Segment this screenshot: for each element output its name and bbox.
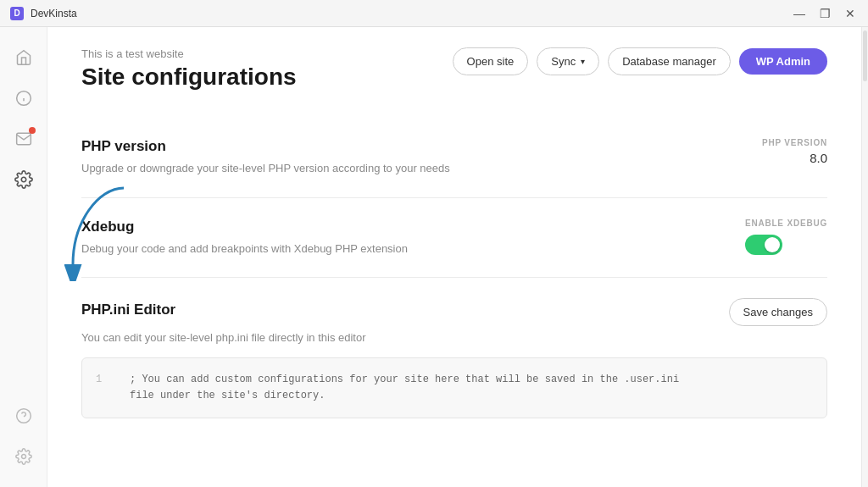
phpini-title: PHP.ini Editor: [81, 302, 175, 318]
app-name: DevKinsta: [31, 8, 77, 19]
title-bar-left: D DevKinsta: [10, 7, 77, 20]
phpini-desc: You can edit your site-level php.ini fil…: [81, 331, 827, 344]
line-content-1: ; You can add custom configurations for …: [130, 372, 679, 388]
window-controls: — ❐ ✕: [792, 6, 858, 21]
sidebar-item-preferences[interactable]: [7, 440, 41, 473]
php-version-value: 8.0: [810, 151, 827, 165]
phpini-section: PHP.ini Editor Save changes You can edit…: [81, 278, 827, 432]
php-version-title: PHP version: [81, 138, 488, 155]
line-content-2: file under the site's directory.: [130, 388, 325, 404]
svg-point-3: [21, 177, 26, 182]
sidebar-item-help[interactable]: [7, 399, 41, 433]
close-button[interactable]: ✕: [843, 6, 858, 21]
xdebug-section: Xdebug Debug your code and add breakpoin…: [81, 198, 827, 279]
php-version-desc: Upgrade or downgrade your site-level PHP…: [81, 160, 488, 177]
sidebar-item-settings[interactable]: [7, 163, 41, 196]
page-title: Site configurations: [81, 64, 297, 91]
php-version-control: PHP VERSION 8.0: [658, 138, 827, 165]
sidebar: [0, 27, 47, 487]
page-header: This is a test website Site configuratio…: [81, 47, 827, 91]
title-bar: D DevKinsta — ❐ ✕: [0, 0, 868, 27]
sync-button[interactable]: Sync ▾: [537, 47, 599, 75]
mail-badge: [29, 127, 36, 134]
sidebar-item-home[interactable]: [7, 41, 41, 75]
xdebug-toggle-container: ENABLE XDEBUG: [745, 219, 827, 255]
php-version-info: PHP version Upgrade or downgrade your si…: [81, 138, 488, 177]
app-logo: D: [10, 7, 24, 20]
xdebug-control: ENABLE XDEBUG: [658, 219, 827, 255]
save-changes-button[interactable]: Save changes: [729, 298, 827, 326]
code-line-1: 1 ; You can add custom configurations fo…: [96, 372, 813, 388]
php-version-section: PHP version Upgrade or downgrade your si…: [81, 118, 827, 198]
phpini-editor[interactable]: 1 ; You can add custom configurations fo…: [81, 357, 827, 418]
maximize-button[interactable]: ❐: [817, 6, 832, 21]
page-subtitle: This is a test website: [81, 47, 297, 60]
xdebug-toggle[interactable]: [745, 235, 782, 255]
sidebar-item-info[interactable]: [7, 81, 41, 115]
xdebug-label: ENABLE XDEBUG: [745, 219, 827, 228]
phpini-header: PHP.ini Editor Save changes: [81, 298, 827, 326]
main-content: This is a test website Site configuratio…: [47, 27, 861, 487]
xdebug-info: Xdebug Debug your code and add breakpoin…: [81, 219, 488, 257]
page-header-left: This is a test website Site configuratio…: [81, 47, 297, 91]
xdebug-desc: Debug your code and add breakpoints with…: [81, 241, 488, 257]
wp-admin-button[interactable]: WP Admin: [739, 48, 827, 75]
code-line-2: file under the site's directory.: [96, 388, 813, 404]
sync-chevron-icon: ▾: [581, 57, 585, 66]
line-number-1: 1: [96, 372, 109, 388]
svg-point-6: [21, 455, 25, 459]
scrollbar-thumb[interactable]: [863, 30, 867, 81]
minimize-button[interactable]: —: [792, 6, 807, 21]
svg-point-4: [16, 409, 31, 423]
database-manager-button[interactable]: Database manager: [608, 47, 731, 75]
sidebar-item-mail[interactable]: [7, 122, 41, 156]
header-actions: Open site Sync ▾ Database manager WP Adm…: [453, 47, 827, 75]
open-site-button[interactable]: Open site: [453, 47, 529, 75]
scrollbar-track: [861, 27, 868, 487]
app-body: This is a test website Site configuratio…: [0, 27, 868, 487]
php-version-label: PHP VERSION: [762, 138, 827, 147]
xdebug-title: Xdebug: [81, 219, 488, 235]
line-number-2: [96, 388, 109, 404]
